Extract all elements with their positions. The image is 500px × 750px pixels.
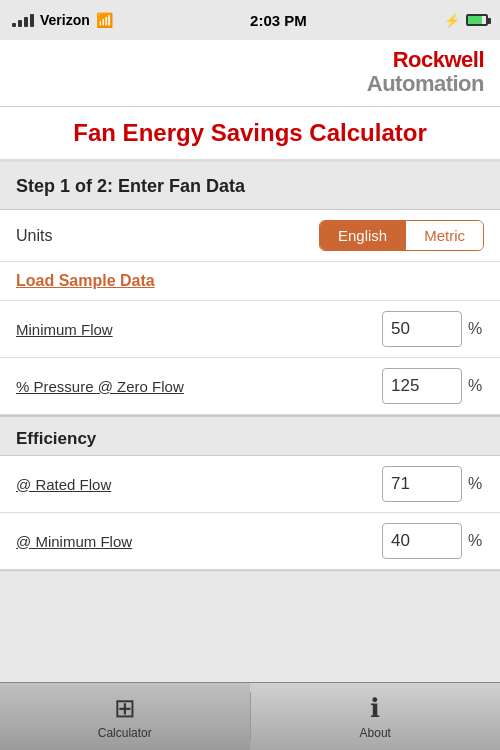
status-left: Verizon 📶 bbox=[12, 12, 113, 28]
step-label: Step 1 of 2: Enter Fan Data bbox=[16, 176, 484, 197]
tab-about[interactable]: ℹ About bbox=[251, 683, 501, 750]
tab-calculator-label: Calculator bbox=[98, 726, 152, 740]
load-sample-row: Load Sample Data bbox=[0, 262, 500, 301]
tab-calculator[interactable]: ⊞ Calculator bbox=[0, 683, 250, 750]
minimum-flow-eff-row: @ Minimum Flow % bbox=[0, 513, 500, 570]
minimum-flow-unit: % bbox=[468, 320, 484, 338]
pressure-zero-flow-input-wrap: % bbox=[382, 368, 484, 404]
pressure-zero-flow-unit: % bbox=[468, 377, 484, 395]
efficiency-label: Efficiency bbox=[16, 429, 484, 449]
status-bar: Verizon 📶 2:03 PM ⚡ bbox=[0, 0, 500, 40]
tab-about-label: About bbox=[360, 726, 391, 740]
minimum-flow-eff-label: @ Minimum Flow bbox=[16, 532, 382, 552]
minimum-flow-eff-input-wrap: % bbox=[382, 523, 484, 559]
unit-english-button[interactable]: English bbox=[320, 221, 405, 250]
app-header: Rockwell Automation bbox=[0, 40, 500, 107]
efficiency-section-header: Efficiency bbox=[0, 416, 500, 455]
info-icon: ℹ bbox=[370, 693, 380, 724]
logo-automation: Automation bbox=[367, 72, 484, 96]
pressure-zero-flow-row: % Pressure @ Zero Flow % bbox=[0, 358, 500, 415]
unit-toggle[interactable]: English Metric bbox=[319, 220, 484, 251]
title-bar: Fan Energy Savings Calculator bbox=[0, 107, 500, 162]
minimum-flow-label: Minimum Flow bbox=[16, 320, 382, 340]
rated-flow-unit: % bbox=[468, 475, 484, 493]
rated-flow-label: @ Rated Flow bbox=[16, 475, 382, 495]
bluetooth-icon: ⚡ bbox=[444, 13, 460, 28]
signal-bars bbox=[12, 14, 34, 27]
pressure-zero-flow-input[interactable] bbox=[382, 368, 462, 404]
battery-icon bbox=[466, 14, 488, 26]
rated-flow-input-wrap: % bbox=[382, 466, 484, 502]
logo-rockwell: Rockwell bbox=[367, 48, 484, 72]
rated-flow-row: @ Rated Flow % bbox=[0, 456, 500, 513]
rated-flow-input[interactable] bbox=[382, 466, 462, 502]
form-card: Units English Metric Load Sample Data Mi… bbox=[0, 209, 500, 416]
tab-bar: ⊞ Calculator ℹ About bbox=[0, 682, 500, 750]
carrier-label: Verizon bbox=[40, 12, 90, 28]
minimum-flow-input[interactable] bbox=[382, 311, 462, 347]
step-header: Step 1 of 2: Enter Fan Data bbox=[0, 162, 500, 209]
pressure-zero-flow-label: % Pressure @ Zero Flow bbox=[16, 377, 382, 397]
minimum-flow-row: Minimum Flow % bbox=[0, 301, 500, 358]
minimum-flow-eff-unit: % bbox=[468, 532, 484, 550]
minimum-flow-input-wrap: % bbox=[382, 311, 484, 347]
wifi-icon: 📶 bbox=[96, 12, 113, 28]
time-display: 2:03 PM bbox=[250, 12, 307, 29]
units-row: Units English Metric bbox=[0, 210, 500, 262]
status-right: ⚡ bbox=[444, 13, 488, 28]
page-title: Fan Energy Savings Calculator bbox=[16, 119, 484, 147]
load-sample-link[interactable]: Load Sample Data bbox=[16, 272, 155, 289]
logo: Rockwell Automation bbox=[367, 48, 484, 96]
minimum-flow-eff-input[interactable] bbox=[382, 523, 462, 559]
calculator-icon: ⊞ bbox=[114, 693, 136, 724]
content-area: Step 1 of 2: Enter Fan Data Units Englis… bbox=[0, 162, 500, 571]
unit-metric-button[interactable]: Metric bbox=[405, 221, 483, 250]
efficiency-form-card: @ Rated Flow % @ Minimum Flow % bbox=[0, 455, 500, 571]
units-label: Units bbox=[16, 227, 319, 245]
